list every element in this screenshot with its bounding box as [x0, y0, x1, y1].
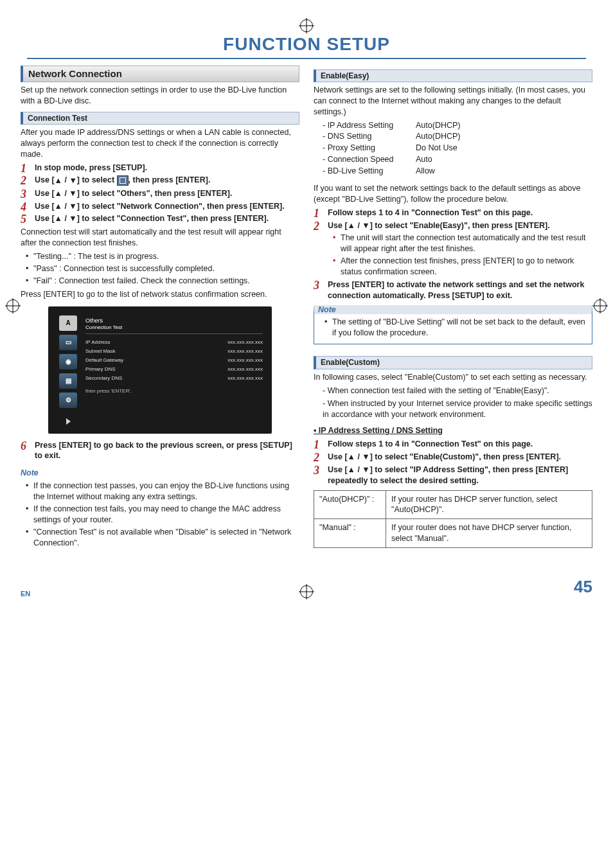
case-item: - When connection test failed with the s… [323, 385, 592, 396]
note-item: "Connection Test" is not available when … [33, 527, 299, 549]
note-box: Note The setting of "BD-Live Setting" wi… [314, 305, 592, 345]
setting-key: - IP Address Setting [323, 120, 416, 131]
ss-key: Secondary DNS [85, 375, 122, 382]
onscreen-menu-screenshot: A ▭ ◉ ▤ ⚙ Others Connection Test IP Addr… [48, 306, 272, 434]
menu-icon-video: ▭ [59, 335, 77, 350]
page-number: 45 [574, 576, 592, 598]
settings-icon [117, 175, 129, 186]
substep-item: The unit will start the connection test … [341, 233, 592, 254]
note-item: The setting of "BD-Live Setting" will no… [332, 317, 587, 339]
step-text: Follow steps 1 to 4 in "Connection Test"… [328, 208, 592, 218]
left-column: Network Connection Set up the network co… [21, 64, 299, 551]
ss-key: Primary DNS [85, 366, 116, 373]
step-text: Use [▲ / ▼] to select "Others", then pre… [35, 188, 299, 199]
step-text: Follow steps 1 to 4 in "Connection Test"… [328, 439, 592, 450]
menu-icon-language: A [59, 315, 77, 331]
play-indicator-icon [66, 418, 71, 425]
step-text: Press [ENTER] to activate the network se… [328, 279, 592, 301]
ss-title: Others [85, 317, 263, 324]
substep-item: After the connection test finishes, pres… [341, 256, 592, 278]
step-text: Use [▲ / ▼] to select "Connection Test",… [35, 213, 299, 224]
language-code: EN [21, 589, 30, 599]
crop-mark-icon [6, 299, 19, 312]
step-text: Use [▲ / ▼] to select "Enable(Easy)", th… [328, 220, 592, 231]
setting-val: Do Not Use [416, 143, 592, 154]
step-text: Use [▲ / ▼] to select "Enable(Custom)", … [328, 452, 592, 463]
setting-key: - BD-Live Setting [323, 166, 416, 177]
note-item: If the connection test passes, you can e… [33, 481, 299, 502]
custom-intro: In following cases, select "Enable(Custo… [314, 372, 592, 383]
subsection-enable-easy: Enable(Easy) [314, 69, 592, 82]
opt-key: "Auto(DHCP)" : [314, 490, 386, 519]
result-item: "Testing..." : The test is in progress. [33, 251, 299, 262]
easy-reset-text: If you want to set the network settings … [314, 183, 592, 205]
setting-val: Allow [416, 166, 592, 177]
ss-val: xxx.xxx.xxx.xxx [227, 375, 263, 382]
ss-key: Subnet Mask [85, 348, 116, 355]
ss-key: Default Gateway [85, 357, 123, 364]
easy-intro: Network settings are set to the followin… [314, 85, 592, 118]
ss-val: xxx.xxx.xxx.xxx [227, 339, 263, 346]
opt-val: If your router does not have DHCP server… [386, 519, 592, 548]
menu-icon-others: ⚙ [59, 393, 77, 408]
opt-val: If your router has DHCP server function,… [386, 490, 592, 519]
press-enter-text: Press [ENTER] to go to the list of netwo… [21, 289, 299, 300]
ss-subtitle: Connection Test [85, 324, 263, 335]
conntest-desc: After you made IP address/DNS settings o… [21, 127, 299, 160]
step-text: Press [ENTER] to go back to the previous… [35, 440, 299, 462]
ss-key: IP Address [85, 339, 111, 346]
step-text: Use [▲ / ▼] to select , then press [ENTE… [35, 175, 299, 186]
step-text: In stop mode, press [SETUP]. [35, 163, 299, 173]
menu-icon-parental: ▤ [59, 373, 77, 389]
opt-key: "Manual" : [314, 519, 386, 548]
result-item: "Fail" : Connection test failed. Check t… [33, 276, 299, 287]
setting-val: Auto [416, 154, 592, 165]
crop-mark-icon [300, 585, 313, 598]
setting-key: - Proxy Setting [323, 143, 416, 154]
conntest-after: Connection test will start automatically… [21, 227, 299, 249]
page-title: FUNCTION SETUP [27, 32, 586, 59]
setting-val: Auto(DHCP) [416, 131, 592, 142]
ss-val: xxx.xxx.xxx.xxx [227, 366, 263, 373]
menu-icon-audio: ◉ [59, 354, 77, 369]
step-text: Use [▲ / ▼] to select "IP Address Settin… [328, 465, 592, 486]
ss-val: xxx.xxx.xxx.xxx [227, 348, 263, 355]
setting-key: - DNS Setting [323, 131, 416, 142]
case-item: - When instructed by your Internet servi… [323, 398, 592, 420]
options-table: "Auto(DHCP)" :If your router has DHCP se… [314, 490, 592, 549]
crop-mark-icon [300, 19, 313, 32]
note-title: Note [318, 305, 336, 315]
setting-val: Auto(DHCP) [416, 120, 592, 131]
result-item: "Pass" : Connection test is successfully… [33, 263, 299, 274]
ss-footer: then press 'ENTER'. [85, 388, 263, 395]
note-item: If the connection test fails, you may ne… [33, 504, 299, 526]
intro-text: Set up the network connection settings i… [21, 85, 299, 107]
step-text: Use [▲ / ▼] to select "Network Connectio… [35, 201, 299, 212]
ss-val: xxx.xxx.xxx.xxx [227, 357, 263, 364]
right-column: Enable(Easy) Network settings are set to… [314, 64, 592, 551]
note-title: Note [21, 468, 299, 479]
section-network-connection: Network Connection [21, 66, 299, 82]
ip-dns-heading: • IP Address Setting / DNS Setting [314, 425, 592, 436]
setting-key: - Connection Speed [323, 154, 416, 165]
subsection-connection-test: Connection Test [21, 112, 299, 125]
subsection-enable-custom: Enable(Custom) [314, 356, 592, 369]
crop-mark-icon [594, 299, 607, 312]
